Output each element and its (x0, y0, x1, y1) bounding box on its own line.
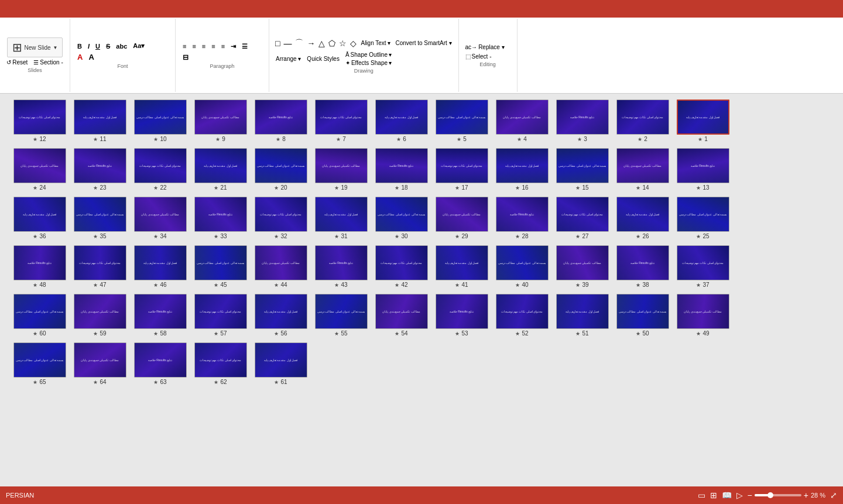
slide-thumb-2[interactable]: محتوای اصلی نکات مهم توضیحات (616, 100, 669, 135)
slide-thumb-22[interactable]: محتوای اصلی نکات مهم توضیحات (134, 148, 187, 183)
align-extra-button[interactable]: ≡ (219, 42, 227, 50)
align-text-button[interactable]: Align Text ▾ (359, 39, 392, 47)
slide-thumb-47[interactable]: محتوای اصلی نکات مهم توضیحات (74, 245, 126, 280)
slide-thumb-60[interactable]: بسمه تعالی عنوان اصلی مطالب درسی (13, 294, 66, 329)
slide-thumb-11[interactable]: فصل اول مقدمه تعاریف پایه (74, 100, 126, 135)
slide-thumb-21[interactable]: فصل اول مقدمه تعاریف پایه (194, 148, 247, 183)
slide-item[interactable]: محتوای اصلی نکات مهم توضیحات★57 (193, 294, 248, 337)
slide-item[interactable]: مطالب تکمیلی جمع‌بندی پایان★49 (675, 294, 731, 337)
slide-thumb-5[interactable]: بسمه تعالی عنوان اصلی مطالب درسی (436, 100, 488, 135)
quick-styles-button[interactable]: Quick Styles (305, 55, 341, 63)
slide-thumb-34[interactable]: مطالب تکمیلی جمع‌بندی پایان (134, 197, 187, 232)
slide-thumb-33[interactable]: نتایج Results خلاصه (194, 197, 247, 232)
shape-triangle[interactable]: △ (317, 38, 326, 49)
font-case-button[interactable]: Aa▾ (131, 42, 147, 50)
slide-item[interactable]: فصل اول مقدمه تعاریف پایه★6 (373, 100, 429, 142)
font-color-button[interactable]: A (75, 52, 85, 62)
section-button[interactable]: ☰Section - (32, 59, 64, 66)
shape-pentagon[interactable]: ⬠ (327, 38, 337, 49)
slide-thumb-9[interactable]: مطالب تکمیلی جمع‌بندی پایان (194, 100, 247, 135)
slide-item[interactable]: بسمه تعالی عنوان اصلی مطالب درسی★50 (615, 294, 670, 337)
slide-sorter-icon[interactable]: ⊞ (710, 491, 717, 500)
slide-item[interactable]: مطالب تکمیلی جمع‌بندی پایان★64 (72, 342, 128, 385)
slide-thumb-29[interactable]: مطالب تکمیلی جمع‌بندی پایان (436, 197, 488, 232)
new-slide-button[interactable]: ⊞ New Slide ▼ (7, 37, 63, 57)
slide-item[interactable]: بسمه تعالی عنوان اصلی مطالب درسی★35 (72, 197, 128, 239)
slide-item[interactable]: مطالب تکمیلی جمع‌بندی پایان★14 (615, 148, 670, 191)
slide-item[interactable]: نتایج Results خلاصه★43 (313, 245, 369, 288)
slide-item[interactable]: فصل اول مقدمه تعاریف پایه★61 (253, 342, 309, 385)
italic-button[interactable]: I (85, 42, 92, 50)
shape-outline-button[interactable]: ĀShape Outline▾ (344, 51, 393, 59)
slide-item[interactable]: نتایج Results خلاصه★3 (554, 100, 610, 142)
slide-item[interactable]: محتوای اصلی نکات مهم توضیحات★62 (193, 342, 248, 385)
slide-item[interactable]: فصل اول مقدمه تعاریف پایه★56 (253, 294, 309, 337)
slide-item[interactable]: نتایج Results خلاصه★48 (12, 245, 67, 288)
slide-thumb-20[interactable]: بسمه تعالی عنوان اصلی مطالب درسی (255, 148, 307, 183)
slide-thumb-18[interactable]: نتایج Results خلاصه (375, 148, 428, 183)
normal-view-icon[interactable]: ▭ (698, 491, 705, 500)
slide-thumb-56[interactable]: فصل اول مقدمه تعاریف پایه (255, 294, 307, 329)
slide-item[interactable]: فصل اول مقدمه تعاریف پایه★11 (72, 100, 128, 142)
slide-thumb-31[interactable]: فصل اول مقدمه تعاریف پایه (315, 197, 368, 232)
indent-button[interactable]: ⇥ (228, 42, 238, 51)
slide-item[interactable]: نتایج Results خلاصه★38 (615, 245, 670, 288)
slide-item[interactable]: بسمه تعالی عنوان اصلی مطالب درسی★60 (12, 294, 67, 337)
shape-effects-button[interactable]: ✦Effects Shape▾ (344, 59, 393, 67)
slide-thumb-58[interactable]: نتایج Results خلاصه (134, 294, 187, 329)
slide-thumb-61[interactable]: فصل اول مقدمه تعاریف پایه (255, 342, 307, 378)
slide-item[interactable]: مطالب تکمیلی جمع‌بندی پایان★34 (132, 197, 188, 239)
slide-thumb-45[interactable]: بسمه تعالی عنوان اصلی مطالب درسی (194, 245, 247, 280)
slide-item[interactable]: بسمه تعالی عنوان اصلی مطالب درسی★40 (494, 245, 550, 288)
slide-thumb-54[interactable]: مطالب تکمیلی جمع‌بندی پایان (375, 294, 428, 329)
slide-item[interactable]: محتوای اصلی نکات مهم توضیحات★7 (313, 100, 369, 142)
slide-thumb-62[interactable]: محتوای اصلی نکات مهم توضیحات (194, 342, 247, 378)
slide-item[interactable]: بسمه تعالی عنوان اصلی مطالب درسی★20 (253, 148, 309, 191)
slide-thumb-7[interactable]: محتوای اصلی نکات مهم توضیحات (315, 100, 368, 135)
slide-item[interactable]: فصل اول مقدمه تعاریف پایه★1 (675, 100, 731, 142)
slide-thumb-55[interactable]: بسمه تعالی عنوان اصلی مطالب درسی (315, 294, 368, 329)
slide-thumb-4[interactable]: مطالب تکمیلی جمع‌بندی پایان (496, 100, 549, 135)
slide-thumb-59[interactable]: مطالب تکمیلی جمع‌بندی پایان (74, 294, 126, 329)
slide-thumb-44[interactable]: مطالب تکمیلی جمع‌بندی پایان (255, 245, 307, 280)
slide-item[interactable]: نتایج Results خلاصه★8 (253, 100, 309, 142)
align-right-button[interactable]: ≡ (200, 42, 208, 50)
slide-thumb-38[interactable]: نتایج Results خلاصه (616, 245, 669, 280)
zoom-in-button[interactable]: + (804, 491, 808, 500)
slide-thumb-30[interactable]: بسمه تعالی عنوان اصلی مطالب درسی (375, 197, 428, 232)
zoom-out-button[interactable]: − (748, 491, 752, 500)
slide-item[interactable]: فصل اول مقدمه تعاریف پایه★36 (12, 197, 67, 239)
slide-thumb-40[interactable]: بسمه تعالی عنوان اصلی مطالب درسی (496, 245, 549, 280)
slide-thumb-26[interactable]: فصل اول مقدمه تعاریف پایه (616, 197, 669, 232)
align-center-button[interactable]: ≡ (190, 42, 198, 50)
slide-item[interactable]: فصل اول مقدمه تعاریف پایه★31 (313, 197, 369, 239)
slide-item[interactable]: مطالب تکمیلی جمع‌بندی پایان★39 (554, 245, 610, 288)
slide-item[interactable]: مطالب تکمیلی جمع‌بندی پایان★24 (12, 148, 67, 191)
slide-thumb-12[interactable]: محتوای اصلی نکات مهم توضیحات (13, 100, 66, 135)
arrange-button[interactable]: Arrange ▾ (274, 55, 303, 63)
slide-item[interactable]: بسمه تعالی عنوان اصلی مطالب درسی★15 (554, 148, 610, 191)
slide-thumb-3[interactable]: نتایج Results خلاصه (556, 100, 609, 135)
slide-item[interactable]: محتوای اصلی نکات مهم توضیحات★32 (253, 197, 309, 239)
slide-thumb-46[interactable]: فصل اول مقدمه تعاریف پایه (134, 245, 187, 280)
shape-arc[interactable]: ⌒ (294, 37, 304, 49)
slide-item[interactable]: نتایج Results خلاصه★23 (72, 148, 128, 191)
replace-button[interactable]: ac→Replace ▾ (464, 43, 512, 51)
slide-thumb-15[interactable]: بسمه تعالی عنوان اصلی مطالب درسی (556, 148, 609, 183)
slide-thumb-57[interactable]: محتوای اصلی نکات مهم توضیحات (194, 294, 247, 329)
slide-thumb-32[interactable]: محتوای اصلی نکات مهم توضیحات (255, 197, 307, 232)
slide-item[interactable]: نتایج Results خلاصه★13 (675, 148, 731, 191)
slide-item[interactable]: فصل اول مقدمه تعاریف پایه★16 (494, 148, 550, 191)
justify-button[interactable]: ≡ (209, 42, 217, 50)
slide-item[interactable]: محتوای اصلی نکات مهم توضیحات★22 (132, 148, 188, 191)
slide-item[interactable]: محتوای اصلی نکات مهم توضیحات★12 (12, 100, 67, 142)
presenter-view-icon[interactable]: ▷ (736, 491, 743, 500)
slide-thumb-42[interactable]: محتوای اصلی نکات مهم توضیحات (375, 245, 428, 280)
slide-thumb-51[interactable]: فصل اول مقدمه تعاریف پایه (556, 294, 609, 329)
slide-item[interactable]: بسمه تعالی عنوان اصلی مطالب درسی★55 (313, 294, 369, 337)
shape-star[interactable]: ☆ (338, 38, 348, 49)
slide-item[interactable]: محتوای اصلی نکات مهم توضیحات★47 (72, 245, 128, 288)
shadow-button[interactable]: abc (114, 42, 129, 50)
slide-item[interactable]: فصل اول مقدمه تعاریف پایه★51 (554, 294, 610, 337)
slide-thumb-35[interactable]: بسمه تعالی عنوان اصلی مطالب درسی (74, 197, 126, 232)
